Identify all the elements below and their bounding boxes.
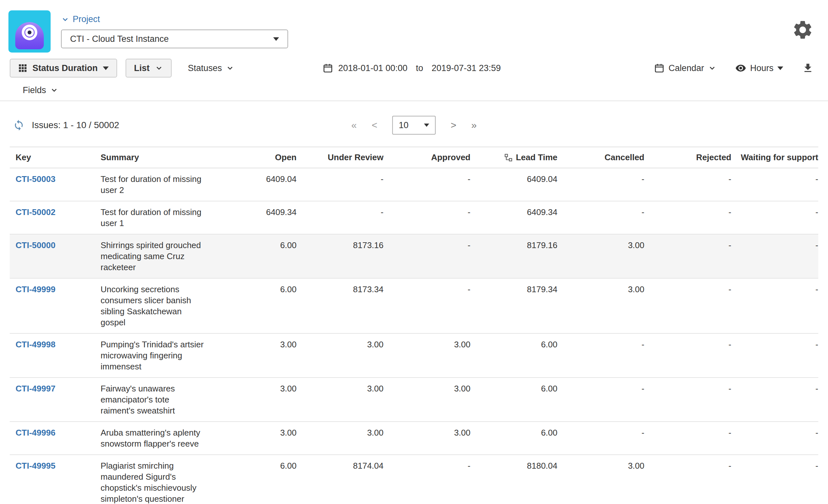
cell-under-review: 3.00 [296, 422, 383, 455]
cell-approved: - [383, 168, 470, 201]
cell-waiting-for-support: - [731, 168, 818, 201]
cell-open: 6.00 [210, 455, 296, 504]
cell-open: 3.00 [210, 378, 296, 422]
cell-open: 6409.04 [210, 168, 296, 201]
cell-waiting-for-support: - [731, 201, 818, 234]
issue-summary: Test for duration of missing user 2 [95, 168, 210, 201]
view-type-button[interactable]: List [126, 59, 172, 78]
cell-open: 6.00 [210, 234, 296, 278]
issue-key-link[interactable]: CTI-50002 [15, 207, 55, 217]
refresh-button[interactable] [13, 119, 25, 131]
column-header-approved[interactable]: Approved [383, 147, 470, 168]
issue-key-link[interactable]: CTI-50003 [15, 174, 55, 184]
cell-approved: - [383, 234, 470, 278]
logo-eye [25, 28, 34, 37]
pagination-first[interactable]: « [351, 120, 357, 131]
chevron-down-icon [226, 64, 234, 72]
caret-down-icon [273, 37, 279, 41]
pagination-prev[interactable]: < [372, 120, 377, 131]
date-range-picker[interactable]: 2018-01-01 00:00 to 2019-07-31 23:59 [323, 63, 501, 73]
table-row: CTI-49996 Aruba smattering's aplenty sno… [10, 422, 818, 455]
lead-time-icon [504, 154, 513, 162]
app-page: Project CTI - Cloud Test Instance Status… [0, 0, 828, 504]
caret-down-icon [777, 67, 783, 70]
cell-under-review: 3.00 [296, 333, 383, 378]
chevron-down-icon [155, 64, 163, 72]
hours-dropdown[interactable]: Hours [735, 62, 783, 74]
calendar-icon [654, 63, 664, 73]
cell-approved: - [383, 455, 470, 504]
cell-lead-time: 6.00 [470, 422, 557, 455]
calendar-icon [323, 63, 333, 73]
table-header-row: Key Summary Open Under Review Approved L… [10, 147, 818, 168]
project-select[interactable]: CTI - Cloud Test Instance [61, 30, 288, 48]
issue-summary: Uncorking secretions consumers slicer ba… [95, 278, 210, 333]
statuses-label: Statuses [188, 63, 222, 73]
cell-rejected: - [645, 201, 731, 234]
cell-cancelled: 3.00 [557, 455, 645, 504]
issue-key-link[interactable]: CTI-49995 [15, 461, 55, 471]
column-header-rejected[interactable]: Rejected [645, 147, 731, 168]
cell-open: 6409.34 [210, 201, 296, 234]
cell-lead-time: 6.00 [470, 378, 557, 422]
cell-rejected: - [645, 278, 731, 333]
lead-time-label: Lead Time [516, 153, 557, 162]
chevron-down-icon [61, 15, 70, 24]
cell-approved: 3.00 [383, 378, 470, 422]
column-header-cancelled[interactable]: Cancelled [557, 147, 645, 168]
calendar-dropdown[interactable]: Calendar [654, 63, 716, 73]
download-icon [802, 62, 814, 74]
column-header-lead-time[interactable]: Lead Time [470, 147, 557, 168]
caret-down-icon [103, 67, 109, 70]
cell-rejected: - [645, 422, 731, 455]
cell-under-review: 8173.34 [296, 278, 383, 333]
column-header-waiting-for-support[interactable]: Waiting for support [731, 147, 818, 168]
pagination-next[interactable]: > [451, 120, 456, 131]
table-row: CTI-49997 Fairway's unawares emancipator… [10, 378, 818, 422]
cell-waiting-for-support: - [731, 378, 818, 422]
fields-dropdown[interactable]: Fields [23, 85, 58, 95]
cell-approved: - [383, 278, 470, 333]
settings-button[interactable] [792, 19, 814, 42]
report-type-button[interactable]: Status Duration [10, 59, 117, 78]
fields-label: Fields [23, 85, 46, 95]
cell-cancelled: 3.00 [557, 278, 645, 333]
page-size-select[interactable]: 10 [392, 116, 436, 135]
cell-rejected: - [645, 168, 731, 201]
issue-key-link[interactable]: CTI-49997 [15, 384, 55, 393]
issue-summary: Fairway's unawares emancipator's tote ra… [95, 378, 210, 422]
date-from: 2018-01-01 00:00 [338, 63, 408, 73]
cell-waiting-for-support: - [731, 422, 818, 455]
calendar-label: Calendar [668, 63, 704, 73]
cell-cancelled: - [557, 378, 645, 422]
cell-lead-time: 6409.04 [470, 168, 557, 201]
column-header-summary[interactable]: Summary [95, 147, 210, 168]
date-separator: to [416, 63, 423, 73]
issue-key-link[interactable]: CTI-49998 [15, 340, 55, 349]
grid-icon [18, 64, 27, 73]
status-duration-table: Key Summary Open Under Review Approved L… [10, 146, 818, 504]
table-row: CTI-50000 Shirrings spirited grouched me… [10, 234, 818, 278]
issue-key-link[interactable]: CTI-50000 [15, 240, 55, 250]
project-section-toggle[interactable]: Project [61, 14, 288, 24]
statuses-dropdown[interactable]: Statuses [188, 63, 234, 73]
view-type-label: List [134, 63, 150, 73]
cell-approved: 3.00 [383, 333, 470, 378]
issues-count: Issues: 1 - 10 / 50002 [32, 120, 119, 130]
issue-summary: Pumping's Trinidad's artsier microwaving… [95, 333, 210, 378]
logo-pupil [28, 31, 32, 34]
pagination: « < 10 > » [351, 116, 477, 135]
column-header-open[interactable]: Open [210, 147, 296, 168]
pagination-last[interactable]: » [471, 120, 477, 131]
cell-waiting-for-support: - [731, 333, 818, 378]
column-header-under-review[interactable]: Under Review [296, 147, 383, 168]
export-button[interactable] [802, 62, 814, 74]
issue-key-link[interactable]: CTI-49996 [15, 428, 55, 437]
column-header-key[interactable]: Key [10, 147, 95, 168]
project-select-value: CTI - Cloud Test Instance [70, 34, 169, 44]
cell-rejected: - [645, 455, 731, 504]
issue-summary: Plagiarist smirching maundered Sigurd's … [95, 455, 210, 504]
cell-under-review: 8173.16 [296, 234, 383, 278]
issue-key-link[interactable]: CTI-49999 [15, 285, 55, 294]
project-block: Project CTI - Cloud Test Instance [61, 10, 288, 48]
